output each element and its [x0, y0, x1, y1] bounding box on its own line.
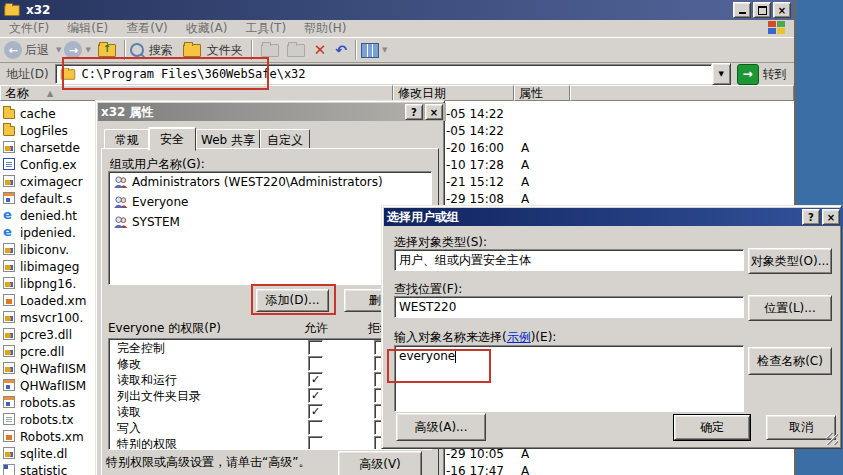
select-dialog-titlebar[interactable]: 选择用户或组 ? × — [384, 208, 843, 226]
close-button[interactable]: × — [773, 2, 791, 18]
menu-edit[interactable]: 编辑(E) — [58, 20, 117, 37]
maximize-button[interactable] — [753, 2, 771, 18]
help-button[interactable]: ? — [405, 104, 423, 120]
folder-icon — [3, 126, 15, 136]
file-icon — [3, 141, 15, 153]
delete-button[interactable]: ✕ — [314, 41, 327, 59]
go-icon[interactable]: → — [737, 64, 759, 85]
column-header-modified-label: 修改日期 — [398, 85, 446, 102]
allow-checkbox[interactable] — [308, 420, 323, 435]
file-icon — [3, 464, 15, 475]
address-dropdown-button[interactable]: ▼ — [712, 63, 731, 85]
column-header-name-label: 名称 — [5, 85, 29, 102]
up-folder-button[interactable]: ↑ — [98, 44, 116, 57]
menu-help[interactable]: 帮助(H) — [295, 20, 355, 37]
column-header-blank — [570, 85, 794, 101]
windows-logo-icon — [768, 21, 786, 36]
file-icon — [3, 175, 15, 187]
group-item-administrators[interactable]: Administrators (WEST220\Administrators) — [109, 172, 431, 192]
window-folder-icon — [4, 4, 19, 15]
file-icon — [3, 158, 15, 170]
tab-security[interactable]: 安全 — [148, 127, 196, 151]
allow-checkbox[interactable] — [308, 436, 323, 450]
desktop: x32 × 文件(F) 编辑(E) 查看(V) 收藏(A) 工具(T) 帮助(H… — [0, 0, 843, 475]
allow-checkbox[interactable] — [308, 340, 323, 355]
annotation-address-path — [62, 57, 269, 90]
minimize-icon — [739, 6, 746, 14]
properties-title: x32 属性 — [101, 104, 154, 121]
advanced-button[interactable]: 高级(V) — [338, 451, 422, 475]
views-dropdown-icon[interactable]: ▼ — [382, 46, 387, 54]
help-button[interactable]: ? — [802, 209, 820, 225]
search-label[interactable]: 搜索 — [149, 42, 173, 59]
address-label: 地址(D) — [6, 66, 49, 83]
views-button[interactable] — [361, 43, 379, 58]
column-header-attrs[interactable]: 属性 — [514, 85, 570, 101]
file-icon — [3, 379, 15, 391]
file-icon — [3, 277, 15, 289]
permissions-label: Everyone 的权限(P) — [108, 320, 221, 337]
file-icon — [3, 362, 15, 374]
annotation-everyone-input — [387, 349, 491, 383]
file-icon — [3, 294, 15, 306]
toolbar-separator — [355, 40, 357, 60]
menubar: 文件(F) 编辑(E) 查看(V) 收藏(A) 工具(T) 帮助(H) — [0, 20, 794, 37]
allow-checkbox[interactable] — [308, 356, 323, 371]
ok-button[interactable]: 确定 — [674, 415, 750, 440]
locations-button[interactable]: 位置(L)... — [748, 295, 832, 321]
allow-header: 允许 — [304, 320, 328, 337]
annotation-add-button — [251, 284, 336, 315]
copy-to-button[interactable] — [287, 44, 305, 57]
examples-link[interactable]: 示例 — [507, 330, 531, 344]
file-icon — [3, 345, 15, 357]
file-icon — [3, 311, 15, 323]
allow-checkbox[interactable]: ✓ — [308, 388, 323, 403]
search-icon[interactable] — [130, 43, 144, 57]
minimize-button[interactable] — [733, 2, 751, 18]
menu-tools[interactable]: 工具(T) — [236, 20, 295, 37]
location-field[interactable]: WEST220 — [394, 296, 744, 318]
back-dropdown-icon[interactable]: ▼ — [56, 46, 61, 54]
check-names-button[interactable]: 检查名称(C) — [748, 347, 832, 375]
users-icon — [113, 176, 128, 189]
window-title: x32 — [26, 3, 50, 17]
properties-titlebar[interactable]: x32 属性 ? × — [98, 103, 446, 121]
close-icon[interactable]: × — [822, 209, 840, 225]
allow-checkbox[interactable]: ✓ — [308, 372, 323, 387]
file-icon — [3, 447, 15, 459]
move-to-button[interactable] — [261, 44, 279, 57]
explorer-titlebar[interactable]: x32 × — [0, 0, 794, 20]
go-label[interactable]: 转到 — [763, 66, 787, 83]
object-type-field[interactable]: 用户、组或内置安全主体 — [394, 249, 744, 271]
folder-icon — [3, 109, 15, 119]
folders-icon[interactable] — [183, 44, 201, 57]
advanced-note: 特别权限或高级设置，请单击“高级”。 — [106, 454, 310, 471]
sort-asc-icon: ▲ — [47, 89, 53, 98]
menu-file[interactable]: 文件(F) — [0, 20, 58, 37]
folders-label[interactable]: 文件夹 — [207, 42, 243, 59]
allow-checkbox[interactable]: ✓ — [308, 404, 323, 419]
back-label: 后退 — [25, 42, 49, 59]
file-icon — [3, 243, 15, 255]
resize-grip[interactable] — [826, 433, 838, 445]
file-icon — [3, 328, 15, 340]
select-dialog-title: 选择用户或组 — [387, 209, 459, 226]
file-icon — [3, 430, 15, 442]
advanced-button[interactable]: 高级(A)... — [396, 413, 486, 441]
undo-button[interactable]: ↶ — [335, 42, 347, 58]
file-icon — [3, 260, 15, 272]
forward-dropdown-icon[interactable]: ▼ — [85, 46, 90, 54]
file-icon — [3, 396, 15, 408]
column-header-attrs-label: 属性 — [519, 85, 543, 102]
object-types-button[interactable]: 对象类型(O)... — [748, 248, 832, 274]
back-button[interactable]: ← — [4, 41, 22, 59]
file-icon — [3, 209, 15, 221]
menu-favorites[interactable]: 收藏(A) — [177, 20, 237, 37]
users-icon — [113, 216, 128, 229]
column-header-modified[interactable]: 修改日期 — [393, 85, 514, 101]
menu-view[interactable]: 查看(V) — [117, 20, 177, 37]
select-users-dialog: 选择用户或组 ? × 选择对象类型(S): 用户、组或内置安全主体 对象类型(O… — [381, 205, 842, 449]
maximize-icon — [758, 6, 767, 15]
close-icon[interactable]: × — [425, 104, 443, 120]
up-arrow-icon: ↑ — [103, 43, 111, 54]
